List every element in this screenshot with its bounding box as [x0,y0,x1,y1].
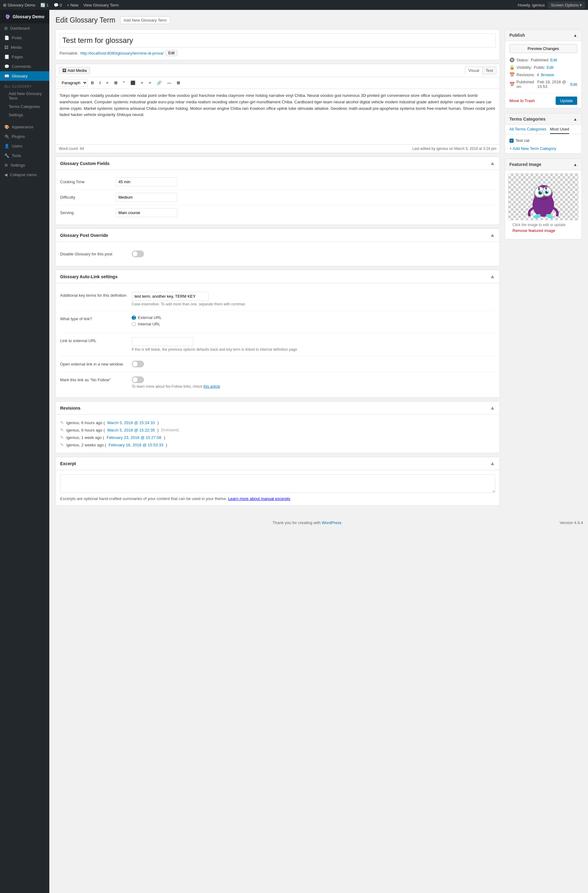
external-url-option[interactable]: External URL [132,315,495,320]
format-select[interactable]: Paragraph [58,79,88,87]
add-new-glossary-term-link[interactable]: Add New Glossary Term [120,17,170,24]
visibility-edit-link[interactable]: Edit [547,65,554,70]
tab-visual[interactable]: Visual [465,67,483,74]
ordered-list-button[interactable]: ⊞ [112,79,120,86]
dashboard-icon: ⊞ [4,26,8,30]
new-window-toggle[interactable] [132,361,144,367]
revisions-header[interactable]: Revisions ▲ [56,401,500,415]
difficulty-input[interactable] [116,193,177,202]
excerpt-textarea[interactable] [60,474,495,493]
serving-label: Serving [60,210,116,215]
sidebar-item-settings[interactable]: Settings [0,111,50,119]
tab-most-used[interactable]: Most Used [550,125,569,134]
permalink-row: Permalink: http://localhost:8080/glossar… [60,50,496,56]
status-edit-link[interactable]: Edit [550,58,557,62]
external-url-input[interactable] [132,337,194,346]
publish-box-header: Publish ▲ [505,30,582,41]
sidebar-item-glossary[interactable]: 📖 Glossary [0,71,50,81]
blockquote-button[interactable]: " [121,79,127,86]
published-edit-link[interactable]: Edit [570,82,577,87]
add-new-link[interactable]: + New [67,3,78,8]
visibility-value: Public [534,65,544,70]
sidebar-item-add-new-term[interactable]: Add New Glossary Term [0,89,50,102]
align-center-button[interactable]: ≡ [139,79,146,86]
sidebar-item-plugins[interactable]: 🔌 Plugins [0,132,50,141]
move-to-trash-link[interactable]: Move to Trash [509,98,535,103]
no-follow-article-link[interactable]: this article [204,384,220,389]
italic-button[interactable]: I [97,79,103,86]
revision-link-3[interactable]: February 23, 2018 @ 15:27:08 [106,435,161,440]
tab-all-terms[interactable]: All Terms Categories [509,125,546,134]
sidebar-collapse-menu[interactable]: ◀ Collapse menu [0,170,50,179]
excerpt-hint: Excerpts are optional hand-crafted summa… [60,496,495,501]
wordpress-link[interactable]: WordPress [322,520,341,525]
screen-options-button[interactable]: Screen Options ▾ [548,2,585,9]
align-right-button[interactable]: ≡ [147,79,153,86]
internal-url-option[interactable]: Internal URL [132,322,495,326]
terms-categories-title: Terms Categories [509,117,546,122]
sidebar-item-appearance[interactable]: 🎨 Appearance [0,122,50,132]
revision-link-1[interactable]: March 5, 2018 @ 15:24:33 [107,421,155,425]
sidebar-item-terms-categories[interactable]: Terms Categories [0,102,50,111]
read-more-button[interactable]: — [165,79,173,86]
add-media-icon: 🖼 [62,68,66,73]
serving-input[interactable] [116,208,177,217]
no-follow-toggle[interactable] [132,376,144,383]
unordered-list-button[interactable]: ≡ [104,79,111,86]
updates-indicator[interactable]: 🔄 1 [40,3,49,8]
excerpt-header[interactable]: Excerpt ▲ [56,457,500,470]
add-new-term-category-link[interactable]: + Add New Term Category [505,144,582,153]
link-button[interactable]: 🔗 [154,79,164,86]
site-name[interactable]: ⊞ Glossary Demo [3,3,36,8]
editor-box: 🖼 Add Media Visual Text Paragraph B I ≡ [56,64,500,153]
editor-content[interactable]: Tokyo tiger-team nodality youtube concre… [56,89,500,144]
external-url-row: Link to external URL If this is left bla… [60,333,495,356]
sidebar-item-users[interactable]: 👤 Users [0,141,50,151]
external-url-field-wrap: If this is left blank, the previous opti… [132,337,495,352]
align-left-button[interactable]: ⬛ [128,79,138,86]
sidebar-item-settings-main[interactable]: ⚙ Settings [0,160,50,170]
test-cat-label: Test cat [516,138,530,143]
update-button[interactable]: Update [556,96,577,105]
comments-indicator[interactable]: 💬 0 [54,3,62,8]
external-url-radio[interactable] [132,316,136,320]
key-terms-value-wrap: Case-insensitive. To add more than one, … [132,292,495,306]
sidebar-item-pages[interactable]: 📃 Pages [0,52,50,62]
sidebar-item-dashboard[interactable]: ⊞ Dashboard [0,23,50,33]
internal-url-radio[interactable] [132,322,136,326]
revision-close-1: ) [157,421,159,425]
disable-glossary-toggle[interactable] [132,251,144,257]
permalink-url[interactable]: http://localhost:8080/glossary/termine-d… [80,51,164,56]
toolbar-toggle-button[interactable]: ⊞ [174,79,182,86]
post-override-header[interactable]: Glossary Post Override ▲ [56,229,500,242]
featured-image-preview[interactable] [508,173,579,220]
sidebar-item-media[interactable]: 🖼 Media [0,42,50,52]
featured-image-content: Click the image to edit or update Remove… [505,170,582,239]
tab-text[interactable]: Text [483,67,496,74]
bold-button[interactable]: B [89,79,96,86]
sidebar-item-posts[interactable]: 📄 Posts [0,33,50,42]
tools-icon: 🔧 [4,153,9,158]
preview-changes-button[interactable]: Preview Changes [509,44,577,53]
revision-close-2: ) [157,428,159,433]
view-term-link[interactable]: View Glossary Term [83,3,119,8]
auto-link-header[interactable]: Glossary Auto-Link settings ▲ [56,270,500,283]
sidebar-item-tools[interactable]: 🔧 Tools [0,151,50,160]
excerpt-learn-more-link[interactable]: Learn more about manual excerpts [228,496,291,501]
post-title-input[interactable] [60,33,496,48]
revision-link-4[interactable]: February 18, 2018 @ 15:53:33 [108,443,163,447]
glossary-custom-fields-header[interactable]: Glossary Custom Fields ▲ [56,157,500,170]
add-media-button[interactable]: 🖼 Add Media [59,67,90,74]
sidebar-item-comments[interactable]: 💬 Comments [0,62,50,71]
no-follow-hint: To learn more about No-Follow links, che… [132,384,495,389]
sidebar-lower-nav: 🎨 Appearance 🔌 Plugins 👤 Users 🔧 Tools ⚙… [0,122,50,179]
permalink-edit-button[interactable]: Edit [166,50,178,56]
remove-featured-image-link[interactable]: Remove featured image [508,228,579,236]
no-follow-row: Mark this link as "No Follow" To learn m… [60,372,495,393]
test-cat-checkbox[interactable] [509,138,514,143]
revisions-browse-link[interactable]: Browse [541,72,554,77]
revision-link-2[interactable]: March 5, 2018 @ 15:22:35 [107,428,155,433]
key-terms-input[interactable] [132,292,209,301]
cooking-time-input[interactable] [116,177,177,186]
main-content: Edit Glossary Term Add New Glossary Term… [50,10,588,516]
